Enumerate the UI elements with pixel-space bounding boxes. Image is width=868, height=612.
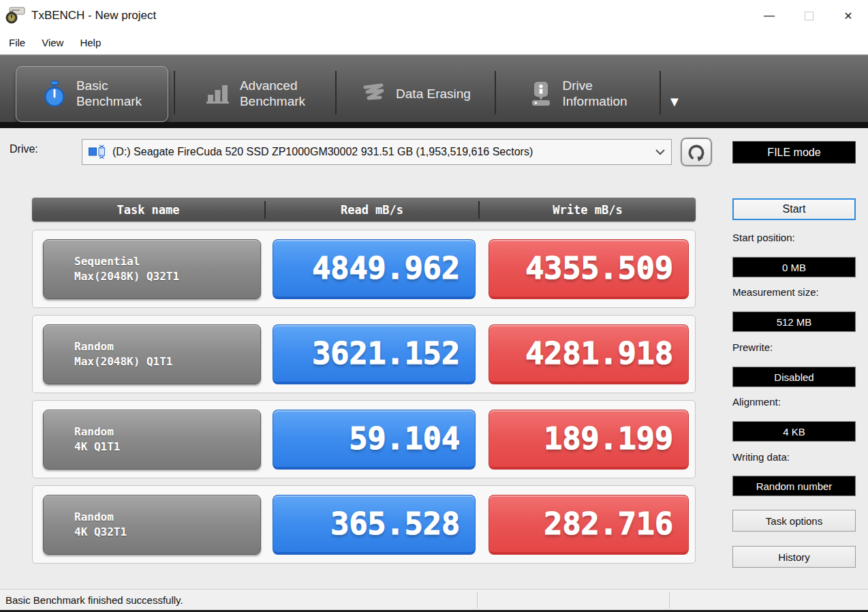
chevron-down-icon [655,149,666,155]
read-value: 365.528 [273,495,476,555]
menu-view[interactable]: View [42,34,72,52]
write-value: 282.716 [489,495,689,555]
header-task-name: Task name [32,203,264,217]
tabbar-bottom-strip [0,122,868,128]
maximize-icon [805,12,813,20]
tab-advanced-benchmark[interactable]: Advanced Benchmark [179,66,332,122]
status-bar: Basic Benchmark finished successfully. [0,589,868,612]
alignment-label: Alignment: [732,396,781,408]
prewrite-label: Prewrite: [732,341,773,353]
alignment-value: 4 KB [732,421,856,442]
window-controls: — ✕ [749,0,868,31]
write-value: 4355.509 [489,239,689,299]
write-value: 4281.918 [489,324,689,384]
disk-partition-icon [88,144,107,159]
tab-label: Data Erasing [396,87,471,102]
tab-bar: Basic Benchmark Advanced Benchmark [0,55,868,128]
task-name-button[interactable]: Random4K Q1T1 [43,410,261,470]
read-value: 4849.962 [273,239,476,299]
tab-separator [174,71,175,114]
start-position-label: Start position: [732,232,795,243]
writing-data-label: Writing data: [732,451,790,463]
tab-separator [495,71,496,114]
history-button[interactable]: History [732,546,856,568]
drive-select[interactable]: (D:) Seagate FireCuda 520 SSD ZP1000GM30… [82,139,672,165]
measurement-size-value: 512 MB [732,311,856,332]
task-name-button[interactable]: Random4K Q32T1 [43,495,261,555]
tab-separator [335,71,337,114]
drive-info-icon [529,81,553,107]
measurement-size-label: Measurement size: [732,286,819,298]
tab-label: Drive Information [562,78,627,110]
eraser-icon [362,83,386,105]
status-separator [477,592,478,609]
tab-label: Advanced Benchmark [240,78,305,110]
header-read: Read mB/s [266,203,478,217]
drive-selected-value: (D:) Seagate FireCuda 520 SSD ZP1000GM30… [112,146,533,158]
stopwatch-icon [42,80,67,108]
menu-file[interactable]: File [9,34,33,52]
title-bar: TxBENCH - New project — ✕ [0,0,868,31]
drive-label: Drive: [10,143,38,155]
menu-bar: File View Help [0,31,868,55]
tab-separator [660,71,661,114]
file-mode-badge: FILE mode [732,141,856,164]
status-message: Basic Benchmark finished successfully. [5,594,183,606]
read-value: 3621.152 [273,324,476,384]
app-window: TxBENCH - New project — ✕ File View Help… [0,0,868,612]
refresh-icon [686,142,707,162]
prewrite-value: Disabled [732,367,856,387]
tab-drive-information[interactable]: Drive Information [500,66,657,122]
bar-chart-icon [206,82,230,106]
table-row: SequentialMax(2048K) Q32T1 4849.962 4355… [32,230,696,308]
close-button[interactable]: ✕ [828,0,868,31]
main-content: Drive: (D:) Seagate FireCuda 520 SSD ZP1… [0,128,868,589]
start-position-value: 0 MB [732,257,856,277]
tab-data-erasing[interactable]: Data Erasing [341,66,492,122]
tab-overflow-button[interactable]: ▼ [668,94,681,110]
table-row: Random4K Q32T1 365.528 282.716 [32,485,696,564]
minimize-button[interactable]: — [749,0,789,31]
header-write: Write mB/s [480,203,696,217]
task-name-button[interactable]: RandomMax(2048K) Q1T1 [43,324,261,384]
tab-basic-benchmark[interactable]: Basic Benchmark [16,66,168,122]
write-value: 189.199 [489,410,689,470]
writing-data-value: Random number [732,476,856,496]
table-row: RandomMax(2048K) Q1T1 3621.152 4281.918 [32,315,696,393]
menu-help[interactable]: Help [80,34,109,52]
refresh-drives-button[interactable] [681,138,712,166]
table-row: Random4K Q1T1 59.104 189.199 [32,400,696,478]
read-value: 59.104 [273,410,476,470]
status-separator [669,592,670,609]
start-button[interactable]: Start [732,198,856,220]
tab-label: Basic Benchmark [76,78,142,110]
maximize-button[interactable] [789,0,828,31]
window-title: TxBENCH - New project [31,9,156,22]
table-header: Task name Read mB/s Write mB/s [32,198,696,221]
app-icon [5,6,26,25]
task-name-button[interactable]: SequentialMax(2048K) Q32T1 [43,239,261,299]
task-options-button[interactable]: Task options [732,510,856,532]
